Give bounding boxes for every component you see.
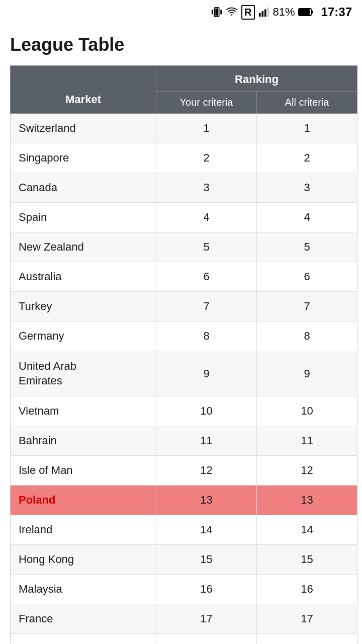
table-row: New Zealand55 (11, 232, 357, 262)
vibrate-icon (211, 7, 222, 18)
your-criteria-value: 6 (156, 262, 257, 292)
table-row: Germany88 (11, 321, 357, 351)
market-name: Australia (11, 262, 156, 292)
table-row: Canada33 (11, 173, 357, 203)
table-row: India1818 (11, 634, 357, 644)
table-row: Spain44 (11, 203, 357, 232)
table-row: Singapore22 (11, 143, 357, 173)
table-row: Isle of Man1212 (11, 456, 357, 486)
svg-rect-11 (299, 9, 310, 15)
wifi-icon (225, 7, 238, 18)
market-name: Isle of Man (11, 456, 156, 486)
your-criteria-value: 1 (156, 114, 257, 143)
svg-point-4 (231, 14, 233, 16)
your-criteria-value: 5 (156, 232, 257, 262)
page-content: League Table Market Ranking Your criteri… (0, 24, 362, 644)
table-row: Malaysia1616 (11, 575, 357, 604)
roaming-icon: R (241, 5, 254, 20)
market-name: Malaysia (11, 575, 156, 604)
table-row: United ArabEmirates99 (11, 351, 357, 396)
status-icons: R 81% (211, 5, 313, 20)
all-criteria-value: 7 (257, 292, 357, 321)
all-criteria-value: 4 (257, 203, 357, 232)
your-criteria-value: 10 (156, 396, 257, 426)
all-criteria-value: 10 (257, 396, 357, 426)
market-name: Poland (11, 486, 156, 515)
all-criteria-value: 11 (257, 426, 357, 456)
market-name: New Zealand (11, 232, 156, 262)
your-criteria-value: 13 (156, 486, 257, 515)
your-criteria-header: Your criteria (156, 92, 257, 114)
market-name: Spain (11, 203, 156, 232)
your-criteria-value: 3 (156, 173, 257, 203)
table-row: Poland1313 (11, 486, 357, 515)
market-header: Market (11, 66, 156, 114)
your-criteria-value: 12 (156, 456, 257, 486)
all-criteria-value: 12 (257, 456, 357, 486)
all-criteria-value: 6 (257, 262, 357, 292)
svg-rect-10 (311, 11, 313, 14)
header-row-top: Market Ranking (11, 66, 357, 92)
all-criteria-value: 13 (257, 486, 357, 515)
table-row: Australia66 (11, 262, 357, 292)
market-name: Bahrain (11, 426, 156, 456)
your-criteria-value: 8 (156, 321, 257, 351)
all-criteria-value: 1 (257, 114, 357, 143)
table-row: Vietnam1010 (11, 396, 357, 426)
table-row: Bahrain1111 (11, 426, 357, 456)
all-criteria-value: 14 (257, 515, 357, 545)
table-row: Switzerland11 (11, 114, 357, 143)
your-criteria-value: 15 (156, 545, 257, 575)
all-criteria-value: 2 (257, 143, 357, 173)
market-name: United ArabEmirates (11, 351, 156, 396)
all-criteria-header: All criteria (257, 92, 357, 114)
svg-rect-8 (267, 8, 269, 17)
market-name: Ireland (11, 515, 156, 545)
market-name: France (11, 604, 156, 634)
battery-icon (298, 8, 313, 17)
all-criteria-value: 15 (257, 545, 357, 575)
ranking-header: Ranking (156, 66, 357, 92)
market-name: Turkey (11, 292, 156, 321)
page-title: League Table (10, 34, 352, 55)
your-criteria-value: 18 (156, 634, 257, 644)
svg-rect-2 (212, 10, 213, 14)
market-name: Singapore (11, 143, 156, 173)
svg-rect-5 (258, 13, 260, 17)
all-criteria-value: 9 (257, 351, 357, 396)
all-criteria-value: 3 (257, 173, 357, 203)
table-row: Turkey77 (11, 292, 357, 321)
svg-rect-3 (220, 10, 222, 14)
your-criteria-value: 14 (156, 515, 257, 545)
your-criteria-value: 16 (156, 575, 257, 604)
status-time: 17:37 (321, 5, 352, 19)
svg-rect-7 (264, 10, 266, 17)
your-criteria-value: 4 (156, 203, 257, 232)
table-row: France1717 (11, 604, 357, 634)
all-criteria-value: 5 (257, 232, 357, 262)
signal-icon (258, 7, 270, 18)
market-name: Switzerland (11, 114, 156, 143)
league-table: Market Ranking Your criteria All criteri… (10, 65, 357, 644)
market-name: Vietnam (11, 396, 156, 426)
battery-percent: 81% (273, 6, 295, 19)
market-name: Canada (11, 173, 156, 203)
status-bar: R 81% 17:37 (0, 0, 362, 24)
svg-rect-1 (215, 9, 218, 16)
all-criteria-value: 17 (257, 604, 357, 634)
your-criteria-value: 2 (156, 143, 257, 173)
your-criteria-value: 11 (156, 426, 257, 456)
market-name: Hong Kong (11, 545, 156, 575)
all-criteria-value: 8 (257, 321, 357, 351)
market-name: Germany (11, 321, 156, 351)
table-row: Ireland1414 (11, 515, 357, 545)
all-criteria-value: 16 (257, 575, 357, 604)
your-criteria-value: 17 (156, 604, 257, 634)
table-body: Switzerland11Singapore22Canada33Spain44N… (11, 114, 357, 645)
table-row: Hong Kong1515 (11, 545, 357, 575)
your-criteria-value: 9 (156, 351, 257, 396)
svg-rect-6 (261, 11, 263, 17)
market-name: India (11, 634, 156, 644)
all-criteria-value: 18 (257, 634, 357, 644)
your-criteria-value: 7 (156, 292, 257, 321)
